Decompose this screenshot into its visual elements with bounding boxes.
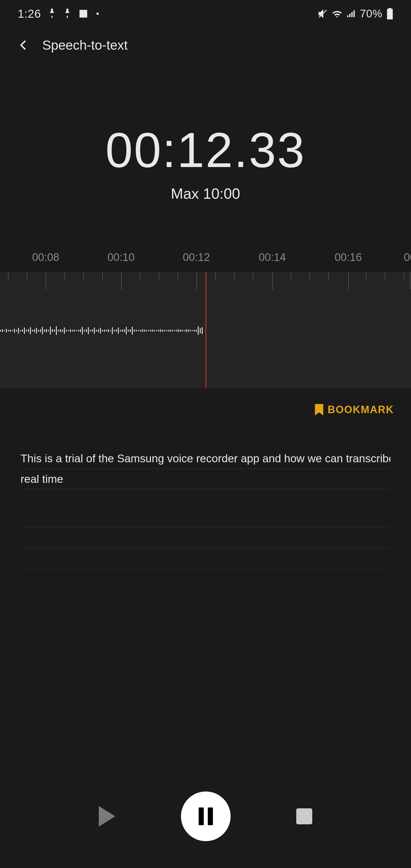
ruler-major-tick (410, 272, 410, 289)
bookmark-button[interactable]: BOOKMARK (315, 404, 394, 416)
waveform (0, 325, 205, 336)
ruler-minor-tick (234, 272, 234, 279)
ruler-major-tick (46, 272, 46, 289)
ruler-minor-tick (178, 272, 178, 279)
ruler-minor-tick (64, 272, 65, 279)
transcript-line: real time (21, 469, 390, 489)
gallery-icon (78, 8, 89, 19)
transcript-area: This is a trial of the Samsung voice rec… (21, 448, 390, 568)
ruler-minor-tick (385, 272, 385, 279)
ruler-label: 00:12 (183, 251, 210, 264)
ruler-minor-tick (215, 272, 216, 279)
timer-value: 00:12.33 (0, 122, 411, 178)
ruler-major-tick (196, 272, 197, 289)
status-bar-right: 70% (318, 8, 394, 20)
ruler-labels: 00:0800:1000:1200:1400:1600 (0, 251, 411, 269)
transcript-line (21, 527, 390, 548)
ruler-minor-tick (290, 272, 291, 279)
ruler-minor-tick (253, 272, 253, 279)
ruler-label: 00:16 (335, 251, 361, 264)
pause-button[interactable] (181, 792, 231, 841)
ruler-label: 00:14 (259, 251, 286, 264)
back-icon[interactable] (18, 39, 29, 51)
ruler-minor-tick (27, 272, 27, 279)
ruler-major-tick (348, 272, 349, 289)
transcript-line: This is a trial of the Samsung voice rec… (21, 448, 390, 469)
ruler-minor-tick (328, 272, 329, 279)
ruler-minor-tick (102, 272, 103, 279)
playhead (205, 272, 207, 388)
bookmark-icon (315, 404, 324, 415)
notification-icon (63, 8, 72, 19)
ruler-minor-tick (140, 272, 140, 279)
app-header: Speech-to-text (0, 27, 411, 63)
ruler-label: 00 (404, 251, 411, 264)
play-button[interactable] (99, 806, 115, 827)
ruler-minor-tick (404, 272, 404, 279)
mute-icon (318, 8, 328, 19)
battery-percent-text: 70% (360, 8, 382, 20)
battery-icon (386, 8, 394, 20)
ruler-label: 00:08 (32, 251, 59, 264)
status-clock: 1:26 (18, 7, 41, 20)
status-bar: 1:26 70% (0, 0, 411, 27)
pause-icon (199, 807, 213, 825)
stop-button[interactable] (296, 808, 312, 824)
transport-controls (0, 792, 411, 841)
waveform-panel[interactable] (0, 272, 411, 388)
ruler-minor-tick (309, 272, 310, 279)
bookmark-label: BOOKMARK (328, 404, 394, 416)
ruler-major-tick (121, 272, 122, 289)
screen-title: Speech-to-text (42, 37, 128, 53)
timer-block: 00:12.33 Max 10:00 (0, 63, 411, 202)
transcript-line (21, 506, 390, 527)
notification-icon (48, 8, 57, 19)
ruler-minor-tick (83, 272, 84, 279)
ruler-label: 00:10 (107, 251, 134, 264)
ruler-minor-tick (366, 272, 367, 279)
status-bar-left: 1:26 (18, 7, 99, 20)
transcript-line (21, 548, 390, 568)
ruler-minor-tick (8, 272, 8, 279)
timer-max-label: Max 10:00 (0, 185, 411, 202)
wifi-icon (331, 8, 343, 19)
cellular-icon (346, 8, 356, 19)
ruler-major-tick (272, 272, 273, 289)
ruler-minor-tick (159, 272, 159, 279)
status-dot-icon (96, 12, 99, 15)
